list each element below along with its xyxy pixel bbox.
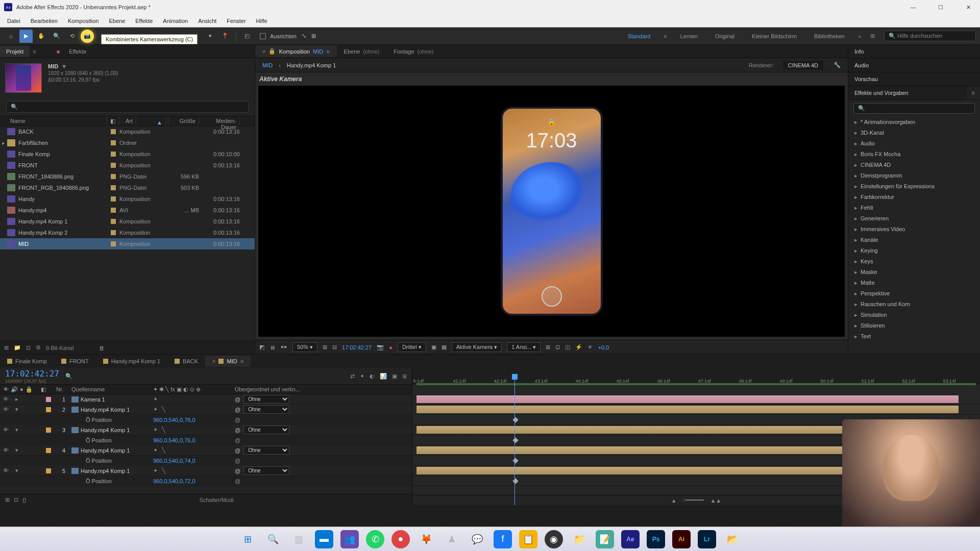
project-tab-menu[interactable]: ≡ [33,48,36,55]
close-button[interactable]: ✕ [961,4,976,11]
timeline-tab[interactable]: × MID ≡ [205,356,251,367]
workspace-edit-icon[interactable]: ⊞ [870,33,875,39]
taskbar-app-1[interactable]: ▬ [315,530,333,548]
effect-category[interactable]: ▸3D-Kanal [848,128,980,138]
audio-panel-tab[interactable]: Audio [848,59,980,72]
bit-depth[interactable]: 8-Bit-Kanal [46,345,74,351]
effect-category[interactable]: ▸* Animationsvorgaben [848,117,980,128]
menu-animation[interactable]: Animation [158,16,193,26]
hand-tool[interactable]: ✋ [35,30,48,43]
zoom-in-icon[interactable]: ▲▲ [710,497,721,504]
preview-panel-tab[interactable]: Vorschau [848,72,980,86]
taskbar-app-5[interactable]: 📝 [596,530,614,548]
taskbar-ps-icon[interactable]: Ps [647,530,665,548]
effects-color-icon[interactable]: ■ [57,48,60,55]
zoom-dropdown[interactable]: 50% ▾ [292,342,317,352]
taskbar-ai-icon[interactable]: Ai [672,530,691,548]
comp-dropdown-icon[interactable]: ▼ [61,63,67,69]
breadcrumb-current[interactable]: MID [262,62,273,68]
vf-renderer-icon[interactable]: ⚡ [575,344,582,350]
quality-dropdown[interactable]: Drittel ▾ [398,342,426,352]
project-item[interactable]: Handy.mp4 Komp 2Komposition0:00:13:16 [0,227,255,238]
timeline-timecode[interactable]: 17:02:42:27 [5,369,59,379]
info-panel-tab[interactable]: Info [848,45,980,58]
project-item[interactable]: Handy.mp4AVI... MB0:00:13:16 [0,205,255,216]
project-item[interactable]: ▸FarbflächenOrdner [0,137,255,148]
effect-category[interactable]: ▸Einstellungen für Expressions [848,181,980,192]
menu-ansicht[interactable]: Ansicht [193,16,222,26]
zoom-tool[interactable]: 🔍 [50,30,63,43]
vf-mask-icon[interactable]: 👓 [280,344,287,350]
effects-tab[interactable]: Effekte [63,46,92,57]
start-button[interactable]: ⊞ [238,530,257,548]
project-tab[interactable]: Projekt [0,46,30,57]
project-item[interactable]: HandyKomposition0:00:13:16 [0,193,255,205]
roto-tool[interactable]: ✦ [203,30,216,43]
workspace-lernen[interactable]: Lernen [676,31,702,41]
timeline-search-icon[interactable]: 🔍 [65,373,72,380]
taskbar-taskview-icon[interactable]: ▥ [289,530,308,548]
layer-property[interactable]: Ŏ Position960,0,540,0,74,0@ [0,456,412,466]
effect-category[interactable]: ▸Text [848,331,980,342]
effect-category[interactable]: ▸Audio [848,138,980,149]
col-label-icon[interactable]: ◧ [41,386,56,393]
workspace-small[interactable]: Kleiner Bildschirm [748,31,801,41]
snap-options-icon[interactable]: ⤡ [302,33,306,39]
timeline-layer[interactable]: 👁▾5Handy.mp4 Komp 1✦╲@Ohne [0,466,412,476]
effect-category[interactable]: ▸Stilisieren [848,320,980,331]
effect-category[interactable]: ▸Farbkorrektur [848,192,980,203]
taskbar-facebook-icon[interactable]: f [494,530,512,548]
new-folder-icon[interactable]: 📁 [14,344,21,351]
renderer-dropdown[interactable]: CINEMA 4D [783,61,823,70]
tl-fx-icon[interactable]: ✦ [360,373,364,380]
tab-menu-icon[interactable]: ≡ [326,48,329,55]
roi-icon[interactable]: ▣ [431,344,436,350]
project-search[interactable]: 🔍 [6,101,249,113]
tl-3d-icon[interactable]: ⊞ [402,373,407,380]
vf-exposure-icon[interactable]: ☀ [587,344,593,350]
taskbar-app-3[interactable]: ♟ [443,530,461,548]
col-audio-icon[interactable]: 🔊 [11,386,18,393]
tl-footer-icon1[interactable]: ⊞ [5,496,10,503]
viewer-timecode[interactable]: 17:02:42:27 [342,344,372,350]
tl-footer-icon2[interactable]: ⊡ [14,496,18,503]
layer-property[interactable]: Ŏ Position960,0,540,0,76,0@ [0,435,412,445]
tab-lock-icon[interactable]: 🔒 [268,48,276,55]
taskbar-obs-icon[interactable]: ◉ [545,530,563,548]
effect-category[interactable]: ▸Keying [848,245,980,256]
zoom-out-icon[interactable]: ▲ [671,497,677,504]
menu-datei[interactable]: Datei [2,16,26,26]
tl-draft-icon[interactable]: ▣ [392,373,397,380]
vf-res-icon[interactable]: ⊞ [323,344,327,350]
help-search[interactable]: 🔍 Hilfe durchsuchen [884,31,976,41]
taskbar-explorer-icon[interactable]: 📁 [570,530,589,548]
col-eye-icon[interactable]: 👁 [3,386,9,393]
effect-category[interactable]: ▸Perspektive [848,288,980,299]
align-checkbox[interactable] [260,33,266,39]
col-tag[interactable]: ◧ [107,116,119,126]
effects-panel-menu-icon[interactable]: ≡ [967,90,980,96]
taskbar-teams-icon[interactable]: 👥 [340,530,359,548]
vf-fast-icon[interactable]: ⊡ [555,344,560,350]
project-item[interactable]: FRONT_RGB_1840886.pngPNG-Datei503 KB [0,182,255,193]
project-item[interactable]: FRONTKomposition0:00:13:16 [0,160,255,171]
zoom-slider[interactable]: ○━━━━━ [683,497,704,504]
effect-category[interactable]: ▸Simulation [848,310,980,320]
renderer-settings-icon[interactable]: 🔧 [834,62,841,68]
menu-ebene[interactable]: Ebene [104,16,130,26]
taskbar-app-6[interactable]: 📂 [723,530,742,548]
trash-icon[interactable]: 🗑 [99,345,105,351]
workspace-libs[interactable]: Bibliotheken [810,31,849,41]
playhead[interactable] [514,378,515,505]
timeline-tab[interactable]: Handy.mp4 Komp 1 [96,356,167,367]
workspace-overflow-icon[interactable]: » [858,33,861,39]
timeline-layer[interactable]: 👁▾2Handy.mp4 Komp 1✦╲@Ohne [0,405,412,415]
layer-property[interactable]: Ŏ Position960,0,540,0,78,0@ [0,415,412,425]
col-dur[interactable]: Medien-Dauer [199,116,240,126]
interpret-icon[interactable]: ⊞ [4,344,9,351]
col-num[interactable]: Nr. [56,386,71,392]
project-item[interactable]: Handy.mp4 Komp 1Komposition0:00:13:16 [0,216,255,227]
vf-pixel-icon[interactable]: ⊞ [546,344,550,350]
workspace-original[interactable]: Original [711,31,739,41]
camera-tool[interactable]: 📷 [81,30,94,43]
